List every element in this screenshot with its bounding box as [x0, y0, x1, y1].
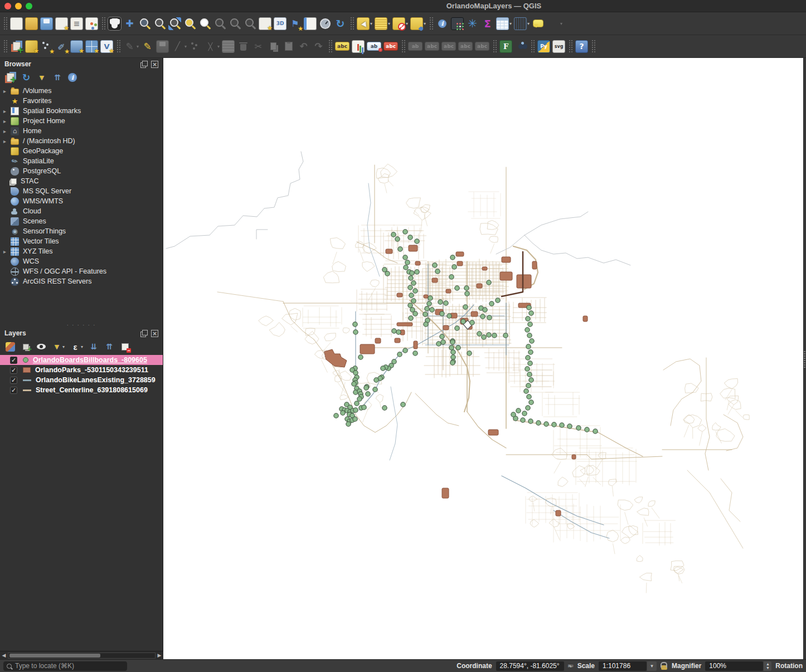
billboard-point[interactable]	[398, 247, 402, 251]
billboard-point[interactable]	[334, 413, 338, 418]
expand-arrow-icon[interactable]: ▸	[3, 138, 10, 144]
billboard-point[interactable]	[353, 322, 357, 327]
billboard-point[interactable]	[560, 423, 564, 427]
scale-lock-icon[interactable]	[661, 662, 668, 670]
billboard-point[interactable]	[487, 333, 491, 337]
manage-map-themes-button[interactable]	[36, 342, 46, 352]
new-geopackage-layer-button[interactable]	[25, 39, 38, 54]
deselect-features-button[interactable]: ▾	[392, 16, 409, 31]
collapse-all-layers-button[interactable]: ⇈	[104, 342, 114, 352]
help-button[interactable]: ?	[575, 39, 589, 54]
toolbar-grip[interactable]	[530, 39, 535, 53]
billboard-point[interactable]	[527, 395, 531, 399]
browser-item-favorites[interactable]: ★Favorites	[0, 96, 163, 106]
pan-map-button[interactable]	[108, 16, 122, 31]
billboard-point[interactable]	[397, 352, 402, 357]
toolbar-grip[interactable]	[349, 16, 354, 31]
browser-item-xyz-tiles[interactable]: ▸XYZ Tiles	[0, 246, 163, 256]
zoom-in-button[interactable]	[138, 16, 152, 31]
remove-layer-icon[interactable]: −	[120, 342, 130, 352]
manage-map-themes-icon[interactable]	[36, 342, 46, 352]
billboard-point[interactable]	[413, 289, 417, 293]
billboard-point[interactable]	[391, 232, 396, 237]
billboard-point[interactable]	[450, 361, 455, 365]
toolbar-grip[interactable]	[3, 39, 7, 53]
billboard-point[interactable]	[424, 322, 428, 327]
statistical-summary-button[interactable]	[450, 16, 464, 31]
scroll-right-icon[interactable]: ▶	[156, 652, 163, 658]
scroll-left-icon[interactable]: ◀	[0, 652, 8, 658]
billboard-point[interactable]	[528, 322, 532, 327]
filter-by-expression-dropdown-icon[interactable]: ▾	[81, 344, 83, 349]
layer-visibility-checkbox[interactable]: ✓	[10, 377, 17, 384]
billboard-point[interactable]	[408, 285, 412, 290]
billboard-point[interactable]	[526, 316, 530, 321]
billboard-point[interactable]	[392, 329, 396, 333]
select-features-by-value-dropdown-icon[interactable]: ▾	[388, 21, 390, 26]
new-map-view-button[interactable]	[258, 16, 272, 31]
open-project-button[interactable]	[25, 16, 38, 31]
billboard-point[interactable]	[433, 263, 437, 267]
refresh-map-button[interactable]: ↻	[333, 16, 347, 31]
zoom-window-button[interactable]	[26, 3, 32, 9]
billboard-point[interactable]	[357, 397, 362, 401]
billboard-point[interactable]	[461, 319, 465, 324]
billboard-point[interactable]	[470, 320, 474, 325]
layer-row[interactable]: ✓OrlandoBoardsBillboards_-809605	[0, 355, 163, 365]
new-mesh-layer-button[interactable]	[85, 39, 99, 54]
billboard-point[interactable]	[450, 340, 455, 344]
billboard-point[interactable]	[411, 299, 416, 303]
vertex-tool-dropdown-icon[interactable]: ▾	[217, 44, 220, 49]
new-spatial-bookmark-button[interactable]: ⚑	[288, 16, 302, 31]
billboard-point[interactable]	[477, 332, 482, 336]
billboard-point[interactable]	[516, 408, 521, 413]
billboard-point[interactable]	[358, 355, 363, 359]
billboard-point[interactable]	[440, 311, 444, 316]
billboard-point[interactable]	[526, 383, 531, 388]
collapse-all-layers-icon[interactable]: ⇈	[104, 342, 114, 352]
browser-item-geopackage[interactable]: GeoPackage	[0, 146, 163, 156]
toolbar-grip[interactable]	[591, 39, 595, 53]
browser-item-ms-sql-server[interactable]: MS SQL Server	[0, 186, 163, 196]
billboard-point[interactable]	[409, 316, 413, 320]
billboard-point[interactable]	[528, 361, 532, 366]
collapse-all-icon[interactable]: ⇈	[52, 72, 62, 82]
billboard-point[interactable]	[366, 392, 370, 396]
toolbar-grip[interactable]	[429, 16, 433, 31]
toggle-editing-button[interactable]	[140, 39, 154, 54]
filter-by-expression-button[interactable]: ε▾	[70, 342, 83, 352]
billboard-point[interactable]	[425, 306, 429, 311]
show-spatial-bookmarks-button[interactable]	[303, 16, 317, 31]
toolbar-grip[interactable]	[401, 39, 405, 53]
billboard-point[interactable]	[483, 308, 487, 312]
billboard-point[interactable]	[404, 265, 408, 270]
identify-features-button[interactable]	[435, 16, 449, 31]
magnifier-value[interactable]: 100%	[705, 661, 763, 671]
billboard-point[interactable]	[480, 314, 485, 319]
billboard-point[interactable]	[382, 406, 387, 410]
locator-search-input[interactable]: Type to locate (⌘K)	[3, 661, 127, 671]
select-by-location-button[interactable]: ▾	[410, 16, 426, 31]
billboard-point[interactable]	[441, 340, 445, 344]
show-statistics-button[interactable]: Σ	[480, 16, 494, 31]
browser-item-home[interactable]: ▸⌂Home	[0, 126, 163, 136]
layer-visibility-checkbox[interactable]: ✓	[10, 367, 17, 374]
font-manager-button[interactable]: F	[499, 39, 513, 54]
billboard-point[interactable]	[413, 351, 417, 356]
billboard-point[interactable]	[405, 260, 410, 265]
refresh-browser-icon[interactable]: ↻	[21, 72, 31, 82]
billboard-point[interactable]	[524, 389, 528, 393]
layer-diagram-button[interactable]	[351, 39, 365, 54]
layer-visibility-checkbox[interactable]: ✓	[10, 387, 17, 394]
highlight-unplaced-labels-button[interactable]: abc	[383, 41, 399, 52]
billboard-point[interactable]	[403, 230, 407, 234]
billboard-point[interactable]	[353, 371, 358, 375]
browser-item-wms-wmts[interactable]: WMS/WMTS	[0, 196, 163, 206]
mouse-position-toggle-icon[interactable]: ✌	[567, 663, 575, 669]
billboard-point[interactable]	[352, 382, 356, 386]
billboard-point[interactable]	[409, 293, 414, 298]
toolbar-grip[interactable]	[328, 39, 332, 53]
browser-close-icon[interactable]: ×	[151, 61, 158, 68]
billboard-point[interactable]	[529, 400, 533, 405]
billboard-point[interactable]	[452, 265, 457, 269]
